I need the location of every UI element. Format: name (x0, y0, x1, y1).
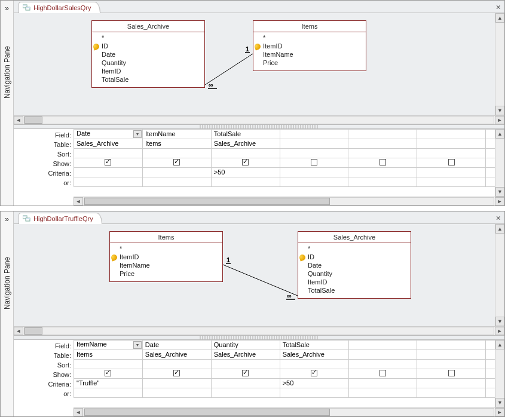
grid-cell[interactable]: "Truffle" (74, 378, 143, 388)
scroll-thumb[interactable] (84, 198, 330, 205)
field-item[interactable]: ID (308, 253, 407, 261)
grid-cell[interactable] (417, 369, 486, 378)
scroll-right-icon[interactable]: ► (495, 197, 504, 206)
grid-cell[interactable] (417, 129, 486, 139)
field-item[interactable]: Date (102, 50, 201, 59)
grid-cell[interactable]: ItemName▾ (74, 340, 143, 350)
horizontal-scrollbar[interactable]: ◄► (14, 115, 504, 124)
show-checkbox[interactable] (379, 159, 386, 165)
grid-cell[interactable] (142, 158, 211, 167)
field-item[interactable]: ItemID (263, 42, 362, 50)
grid-cell[interactable] (142, 167, 211, 177)
grid-cell[interactable] (74, 359, 143, 369)
grid-cell[interactable] (485, 378, 495, 388)
scroll-thumb[interactable] (25, 327, 42, 335)
grid-cell[interactable] (485, 139, 495, 148)
field-item[interactable]: ItemName (120, 261, 219, 269)
grid-cell[interactable] (348, 167, 417, 177)
dropdown-icon[interactable]: ▾ (133, 341, 142, 349)
vertical-scrollbar[interactable]: ▲▼ (495, 224, 504, 326)
grid-cell[interactable] (485, 369, 495, 378)
grid-cell[interactable]: TotalSale (280, 340, 348, 350)
scroll-left-icon[interactable]: ◄ (74, 408, 83, 416)
grid-cell[interactable] (280, 359, 348, 369)
grid-cell[interactable] (417, 350, 486, 359)
grid-cell[interactable]: Sales_Archive (211, 350, 280, 359)
grid-cell[interactable]: Date▾ (74, 129, 143, 139)
grid-cell[interactable] (211, 378, 280, 388)
grid-cell[interactable] (280, 148, 348, 158)
show-checkbox[interactable] (448, 370, 455, 376)
show-checkbox[interactable] (242, 370, 249, 376)
field-item[interactable]: ID (102, 42, 201, 50)
scroll-track[interactable] (495, 350, 504, 398)
grid-cell[interactable] (348, 350, 417, 359)
field-item[interactable]: ItemID (120, 253, 219, 261)
relationship-line[interactable]: 1∞ (14, 224, 492, 326)
grid-cell[interactable] (280, 388, 348, 397)
navigation-pane-collapsed[interactable]: »Navigation Pane (1, 1, 14, 206)
field-item[interactable]: Date (308, 261, 407, 269)
grid-cell[interactable] (280, 158, 348, 167)
query-tab[interactable]: HighDollarTruffleQry (19, 213, 102, 224)
grid-cell[interactable] (348, 359, 417, 369)
grid-cell[interactable] (211, 369, 280, 378)
field-item[interactable]: ItemID (102, 67, 201, 75)
grid-cell[interactable]: Date (142, 340, 211, 350)
grid-cell[interactable] (485, 177, 495, 186)
table-diagram-pane[interactable]: 1∞Sales_Archive*IDDateQuantityItemIDTota… (14, 13, 504, 115)
grid-cell[interactable] (74, 388, 143, 397)
grid-cell[interactable] (417, 139, 486, 148)
show-checkbox[interactable] (105, 159, 111, 165)
show-checkbox[interactable] (105, 370, 111, 376)
grid-cell[interactable] (348, 369, 417, 378)
show-checkbox[interactable] (311, 370, 317, 376)
grid-cell[interactable]: Quantity (211, 340, 280, 350)
grid-cell[interactable] (485, 350, 495, 359)
horizontal-scrollbar[interactable]: ◄► (74, 197, 504, 206)
scroll-left-icon[interactable]: ◄ (14, 327, 23, 335)
grid-cell[interactable] (211, 177, 280, 186)
grid-cell[interactable] (417, 359, 486, 369)
grid-cell[interactable] (348, 139, 417, 148)
grid-cell[interactable]: Items (142, 139, 211, 148)
scroll-up-icon[interactable]: ▲ (495, 13, 504, 23)
show-checkbox[interactable] (242, 159, 249, 165)
close-icon[interactable]: × (496, 213, 501, 223)
grid-cell[interactable]: TotalSale (211, 129, 280, 139)
grid-cell[interactable] (142, 148, 211, 158)
scroll-track[interactable] (495, 234, 504, 316)
grid-cell[interactable] (280, 129, 348, 139)
field-item[interactable]: Quantity (102, 59, 201, 67)
grid-cell[interactable]: >50 (211, 167, 280, 177)
close-icon[interactable]: × (496, 2, 501, 12)
grid-cell[interactable] (348, 129, 417, 139)
vertical-scrollbar[interactable]: ▲▼ (495, 13, 504, 115)
scroll-track[interactable] (495, 23, 504, 105)
horizontal-scrollbar[interactable]: ◄► (14, 326, 504, 335)
table-items[interactable]: Items*ItemIDItemNamePrice (253, 20, 366, 71)
grid-cell[interactable] (142, 388, 211, 397)
show-checkbox[interactable] (311, 159, 317, 165)
field-item[interactable]: Quantity (308, 269, 407, 278)
scroll-down-icon[interactable]: ▼ (495, 317, 504, 326)
grid-cell[interactable] (417, 148, 486, 158)
scroll-left-icon[interactable]: ◄ (14, 116, 23, 124)
scroll-track[interactable] (24, 116, 494, 124)
grid-cell[interactable] (211, 388, 280, 397)
field-item[interactable]: Price (263, 59, 362, 67)
dropdown-icon[interactable]: ▾ (133, 130, 142, 138)
navigation-pane-collapsed[interactable]: »Navigation Pane (1, 211, 14, 416)
scroll-thumb[interactable] (25, 117, 42, 124)
grid-cell[interactable] (280, 369, 348, 378)
grid-cell[interactable] (485, 340, 495, 350)
scroll-up-icon[interactable]: ▲ (495, 129, 504, 139)
grid-cell[interactable] (280, 167, 348, 177)
grid-cell[interactable] (485, 148, 495, 158)
scroll-thumb[interactable] (84, 409, 330, 416)
scroll-right-icon[interactable]: ► (495, 327, 504, 335)
scroll-track[interactable] (24, 327, 494, 335)
grid-cell[interactable]: Items (74, 350, 143, 359)
grid-cell[interactable] (417, 177, 486, 186)
scroll-down-icon[interactable]: ▼ (495, 187, 504, 197)
